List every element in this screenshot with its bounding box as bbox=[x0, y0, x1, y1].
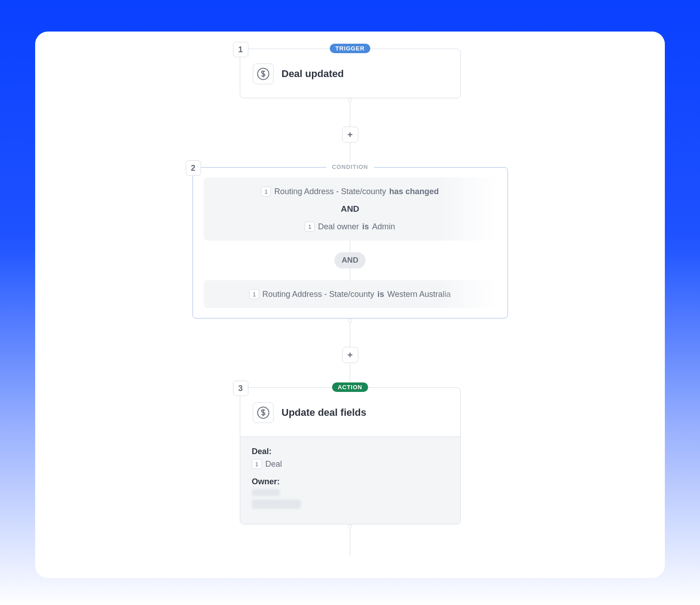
condition-line: 1 Routing Address - State/county is West… bbox=[249, 289, 451, 299]
add-step-button[interactable]: + bbox=[342, 127, 358, 143]
condition-tag: CONDITION bbox=[326, 162, 374, 172]
ref-badge: 1 bbox=[305, 222, 315, 232]
action-tag: ACTION bbox=[332, 382, 368, 392]
trigger-title: Deal updated bbox=[282, 68, 344, 80]
trigger-tag: TRIGGER bbox=[329, 44, 371, 53]
action-field-label: Owner: bbox=[252, 477, 448, 487]
condition-outer-join: AND bbox=[334, 252, 366, 268]
redacted-value bbox=[252, 489, 280, 496]
workflow-flow: 1 TRIGGER Deal updated + 2 CONDITION 1 R… bbox=[35, 49, 665, 555]
dollar-icon bbox=[253, 402, 274, 423]
add-step-button[interactable]: + bbox=[342, 347, 358, 363]
action-title: Update deal fields bbox=[282, 407, 366, 418]
step-number: 2 bbox=[186, 160, 201, 176]
condition-operator: is bbox=[362, 222, 369, 232]
connector bbox=[350, 323, 350, 347]
condition-line: 1 Deal owner is Admin bbox=[305, 222, 395, 232]
condition-line: 1 Routing Address - State/county has cha… bbox=[261, 187, 439, 196]
condition-node[interactable]: 2 CONDITION 1 Routing Address - State/co… bbox=[192, 167, 508, 318]
condition-value: Admin bbox=[372, 222, 395, 232]
trigger-header: Deal updated bbox=[240, 49, 460, 98]
action-body: Deal: 1 Deal Owner: bbox=[240, 437, 460, 524]
ref-badge: 1 bbox=[249, 289, 259, 299]
connector-dot bbox=[348, 98, 352, 102]
condition-inner-join: AND bbox=[341, 204, 359, 214]
action-field-value: 1 Deal bbox=[252, 459, 448, 469]
connector-dot bbox=[348, 524, 352, 528]
condition-group-1[interactable]: 1 Routing Address - State/county has cha… bbox=[204, 177, 497, 241]
step-number: 3 bbox=[233, 381, 248, 396]
condition-field: Deal owner bbox=[318, 222, 359, 232]
condition-field: Routing Address - State/county bbox=[262, 290, 374, 299]
connector bbox=[350, 528, 350, 555]
ref-badge: 1 bbox=[252, 459, 262, 469]
action-field-text: Deal bbox=[265, 459, 282, 469]
action-node[interactable]: 3 ACTION Update deal fields Deal: 1 Deal… bbox=[240, 387, 461, 524]
condition-body: 1 Routing Address - State/county has cha… bbox=[193, 168, 508, 318]
diagram-canvas: 1 TRIGGER Deal updated + 2 CONDITION 1 R… bbox=[35, 32, 665, 578]
connector bbox=[350, 102, 350, 127]
condition-group-2[interactable]: 1 Routing Address - State/county is West… bbox=[204, 280, 497, 308]
condition-field: Routing Address - State/county bbox=[274, 187, 386, 196]
dollar-icon bbox=[253, 64, 274, 84]
step-number: 1 bbox=[233, 42, 248, 57]
group-join: AND bbox=[334, 241, 366, 280]
condition-operator: has changed bbox=[389, 187, 439, 196]
action-header: Update deal fields bbox=[240, 388, 460, 437]
connector-dot bbox=[348, 318, 352, 323]
action-field-label: Deal: bbox=[252, 447, 448, 456]
condition-operator: is bbox=[377, 290, 384, 299]
condition-value: Western Australia bbox=[387, 290, 451, 299]
redacted-value bbox=[252, 500, 301, 509]
ref-badge: 1 bbox=[261, 187, 271, 196]
trigger-node[interactable]: 1 TRIGGER Deal updated bbox=[240, 49, 461, 98]
